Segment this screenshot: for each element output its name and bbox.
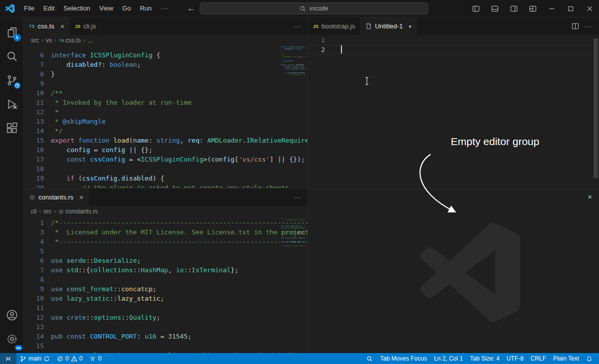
code-line[interactable]: 6use serde::Deserialize; [24, 256, 307, 265]
toggle-sidebar-icon[interactable] [466, 0, 485, 17]
line-number: 16 [24, 145, 51, 155]
code-line[interactable]: 9use const_format::concatcp; [24, 284, 307, 294]
tab-moves-focus-status[interactable]: Tab Moves Focus [376, 353, 430, 364]
code-line[interactable]: 12 * [24, 107, 307, 117]
code-editor-css-ts[interactable]: 6interface ICSSPluginConfig {7 disabled?… [24, 46, 307, 188]
code-line[interactable]: 16 config = config || {}; [24, 145, 307, 155]
command-center-label: vscode [309, 5, 328, 12]
line-number: 3 [24, 227, 51, 237]
code-line[interactable]: 7use std::{collections::HashMap, io::IsT… [24, 265, 307, 275]
code-line[interactable]: 2 [308, 45, 599, 54]
more-actions-icon[interactable]: ··· [585, 22, 593, 30]
screen-reader-search[interactable] [363, 353, 376, 364]
extensions-icon[interactable] [0, 116, 24, 140]
code-line[interactable]: 19 if (cssConfig.disabled) { [24, 174, 307, 183]
maximize-button[interactable] [561, 0, 580, 17]
breadcrumb-item[interactable]: css.ts [65, 37, 81, 44]
code-line[interactable]: 1/*-------------------------------------… [24, 218, 307, 227]
code-line[interactable]: 5 [24, 246, 307, 256]
menu-file[interactable]: File [19, 2, 39, 15]
code-line[interactable]: 7 disabled?: boolean; [24, 60, 307, 69]
code-line[interactable]: 4 *-------------------------------------… [24, 237, 307, 246]
tab-bootstrap-js[interactable]: JS bootstrap.js [308, 17, 360, 35]
code-line[interactable]: 8} [24, 69, 307, 79]
back-arrow-icon[interactable]: ← [187, 4, 195, 13]
language-mode-status[interactable]: Plain Text [550, 353, 583, 364]
settings-gear-icon[interactable]: vs [0, 327, 24, 351]
tab-cli-js[interactable]: JS cli.js [70, 17, 101, 35]
tab-untitled-1[interactable]: Untitled-1 ● [360, 17, 417, 35]
split-editor-icon[interactable] [572, 22, 579, 30]
explorer-icon[interactable]: 1 [0, 20, 24, 44]
code-line[interactable]: 20 // the plugin is asked to not create … [24, 183, 307, 188]
code-line[interactable]: 12use crate::options::Quality; [24, 313, 307, 322]
search-icon [300, 5, 306, 12]
breadcrumb-item[interactable]: vs [46, 37, 52, 44]
line-number: 1 [308, 35, 331, 45]
menu-go[interactable]: Go [118, 2, 135, 15]
git-branch-status[interactable]: main [16, 353, 53, 364]
code-line[interactable]: 3 * Licensed under the MIT License. See … [24, 227, 307, 237]
ports-status[interactable]: 0 [86, 353, 105, 364]
code-line[interactable]: 18 [24, 164, 307, 174]
code-line[interactable]: 10use lazy_static::lazy_static; [24, 294, 307, 303]
customize-layout-icon[interactable] [523, 0, 542, 17]
menu-view[interactable]: View [95, 2, 118, 15]
tab-label: bootstrap.js [321, 22, 355, 30]
problems-status[interactable]: 0 0 [53, 353, 86, 364]
eol-status[interactable]: CRLF [527, 353, 550, 364]
code-line[interactable]: 1 [308, 35, 599, 45]
cursor-position-status[interactable]: Ln 2, Col 1 [430, 353, 466, 364]
code-line[interactable]: 11 * Invoked by the loader at run-time [24, 98, 307, 107]
code-line[interactable]: 11 [24, 303, 307, 313]
close-group-icon[interactable]: × [588, 192, 592, 201]
code-line[interactable]: 17 const cssConfig = <ICSSPluginConfig>(… [24, 155, 307, 164]
menu-selection[interactable]: Selection [59, 2, 94, 15]
code-line[interactable]: 8 [24, 275, 307, 284]
tab-css-ts[interactable]: TS css.ts × [24, 17, 70, 35]
breadcrumb-item[interactable]: ... [88, 37, 93, 44]
encoding-label: UTF-8 [507, 355, 524, 362]
code-line[interactable]: 15 [24, 341, 307, 351]
toggle-panel-icon[interactable] [485, 0, 504, 17]
minimize-button[interactable] [542, 0, 561, 17]
code-line[interactable]: 14pub const CONTROL_PORT: u16 = 31545; [24, 332, 307, 341]
code-line[interactable]: 14 */ [24, 126, 307, 136]
more-actions-icon[interactable]: ··· [294, 22, 301, 30]
menu-run[interactable]: Run [135, 2, 156, 15]
code-editor-constants-rs[interactable]: 1/*-------------------------------------… [24, 217, 307, 353]
breadcrumb-item[interactable]: src [31, 37, 39, 44]
menu-overflow[interactable]: ··· [156, 2, 173, 15]
line-number: 18 [24, 164, 51, 174]
code-line[interactable]: 9 [24, 79, 307, 88]
scrollbar[interactable] [594, 38, 598, 178]
code-line[interactable]: 6interface ICSSPluginConfig { [24, 50, 307, 60]
command-center-search[interactable]: vscode [200, 2, 428, 14]
more-actions-icon[interactable]: ··· [294, 193, 301, 201]
menu-edit[interactable]: Edit [39, 2, 59, 15]
breadcrumb-item[interactable]: constants.rs [65, 208, 98, 215]
code-line[interactable]: 15export function load(name: string, req… [24, 136, 307, 145]
dirty-indicator-icon[interactable]: ● [409, 24, 411, 29]
search-view-icon[interactable] [0, 44, 24, 68]
minimap[interactable]: interface ICSSPluginConfig { disabled?: … [281, 46, 305, 188]
accounts-icon[interactable] [0, 303, 24, 327]
code-line[interactable]: 10/** [24, 88, 307, 98]
remote-indicator[interactable] [0, 353, 16, 364]
code-line[interactable]: 13 [24, 322, 307, 332]
toggle-secondary-sidebar-icon[interactable] [504, 0, 523, 17]
notifications-status[interactable] [583, 353, 596, 364]
breadcrumb-item[interactable]: src [43, 208, 51, 215]
encoding-status[interactable]: UTF-8 [503, 353, 527, 364]
indentation-status[interactable]: Tab Size: 4 [466, 353, 503, 364]
tab-constants-rs[interactable]: constants.rs × [24, 188, 89, 206]
tab-close-icon[interactable]: × [60, 22, 64, 30]
tab-close-icon[interactable]: × [79, 193, 83, 201]
run-debug-icon[interactable] [0, 92, 24, 116]
vscode-logo-icon[interactable] [5, 4, 14, 13]
close-button[interactable] [580, 0, 599, 17]
minimap[interactable]: /*--------------------------------------… [281, 217, 305, 353]
breadcrumb-item[interactable]: cli [31, 208, 36, 215]
source-control-icon[interactable] [0, 68, 24, 92]
code-line[interactable]: 13 * @skipMangle [24, 117, 307, 126]
